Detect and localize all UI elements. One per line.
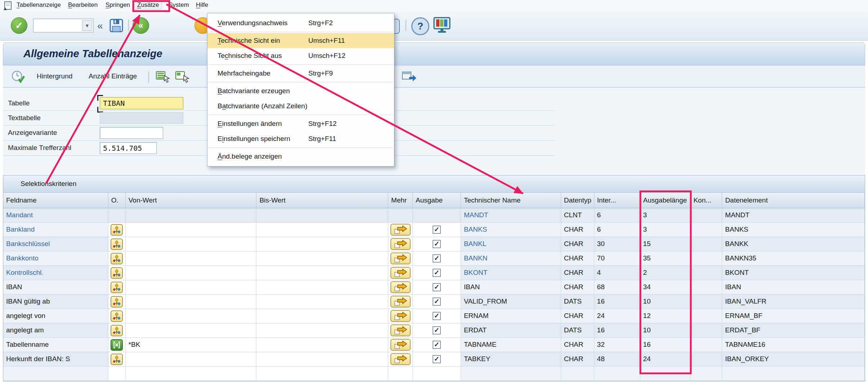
- multiple-selection-button[interactable]: [390, 296, 411, 308]
- selection-options-icon[interactable]: [111, 238, 123, 250]
- cell-feldname[interactable]: IBAN: [3, 280, 108, 295]
- menu-item-technische-sicht-ein[interactable]: Technische Sicht einUmsch+F11: [207, 33, 394, 48]
- back-icon[interactable]: «: [133, 17, 149, 34]
- cell-bis-wert[interactable]: [256, 352, 388, 367]
- column-header-vonwert[interactable]: Von-Wert: [126, 193, 257, 208]
- ausgabe-checkbox[interactable]: ✓: [433, 326, 441, 335]
- cell-technischer-name[interactable]: TABNAME: [461, 338, 561, 352]
- cell-feldname[interactable]: Bankkonto: [3, 251, 108, 266]
- menubar-item-bearbeiten[interactable]: Bearbeiten: [68, 1, 98, 9]
- menu-item-batchvariante--anzahl-zeilen-[interactable]: Batchvariante (Anzahl Zeilen): [207, 99, 394, 114]
- tabelle-field[interactable]: TIBAN: [100, 97, 183, 109]
- column-header-o[interactable]: O.: [108, 193, 126, 208]
- multiple-selection-button[interactable]: [390, 224, 411, 236]
- ausgabe-checkbox[interactable]: ✓: [433, 297, 441, 306]
- contains-pattern-icon[interactable]: [111, 339, 123, 351]
- cell-von-wert[interactable]: [126, 237, 257, 251]
- selection-options-icon[interactable]: [111, 253, 123, 264]
- menu-item-batchvariante-erzeugen[interactable]: Batchvariante erzeugen: [207, 83, 394, 99]
- ausgabe-checkbox[interactable]: ✓: [433, 283, 441, 291]
- multiple-selection-button[interactable]: [390, 281, 411, 293]
- cell-feldname[interactable]: angelegt am: [3, 323, 108, 338]
- cell-von-wert[interactable]: [126, 309, 257, 323]
- column-header-datenelement[interactable]: Datenelement: [722, 193, 865, 208]
- menubar-item-springen[interactable]: Springen: [106, 1, 130, 9]
- multiple-selection-button[interactable]: [390, 353, 411, 365]
- collapse-icon[interactable]: «: [97, 20, 103, 32]
- multiple-selection-button[interactable]: [390, 324, 411, 336]
- select-fields-icon[interactable]: [175, 70, 190, 84]
- ausgabe-checkbox[interactable]: ✓: [433, 254, 441, 263]
- ausgabe-checkbox[interactable]: ✓: [433, 269, 441, 277]
- cell-von-wert[interactable]: [126, 280, 257, 295]
- cell-von-wert[interactable]: [126, 208, 257, 223]
- save-icon[interactable]: [109, 18, 124, 35]
- cell-bis-wert[interactable]: [256, 309, 388, 323]
- cell-feldname[interactable]: Bankschlüssel: [3, 237, 108, 251]
- command-field[interactable]: ▼: [33, 19, 94, 32]
- enter-icon[interactable]: ✓: [11, 17, 27, 34]
- column-header-feldname[interactable]: Feldname: [3, 193, 108, 208]
- cell-von-wert[interactable]: [126, 251, 257, 266]
- selection-options-icon[interactable]: [111, 282, 123, 293]
- cell-technischer-name[interactable]: BANKN: [461, 251, 561, 266]
- execute-icon[interactable]: [11, 70, 27, 86]
- cell-feldname[interactable]: Mandant: [3, 208, 108, 223]
- cell-technischer-name[interactable]: VALID_FROM: [461, 295, 561, 309]
- cell-feldname[interactable]: Kontrollschl.: [3, 266, 108, 280]
- menubar-item-tabellenanzeige[interactable]: Tabellenanzeige: [17, 1, 61, 9]
- cell-bis-wert[interactable]: [256, 323, 388, 338]
- menu-item-verwendungsnachweis[interactable]: VerwendungsnachweisStrg+F2: [207, 15, 394, 31]
- selection-options-icon[interactable]: [111, 296, 123, 308]
- cell-feldname[interactable]: IBAN gültig ab: [3, 295, 108, 309]
- ausgabe-checkbox[interactable]: ✓: [433, 240, 441, 248]
- multiple-selection-button[interactable]: [390, 253, 411, 264]
- cell-bis-wert[interactable]: [256, 237, 388, 251]
- cell-feldname[interactable]: Tabellenname: [3, 338, 108, 352]
- cell-technischer-name[interactable]: TABKEY: [461, 352, 561, 367]
- column-header-ausgabelnge[interactable]: Ausgabelänge: [640, 193, 691, 208]
- cell-feldname[interactable]: angelegt von: [3, 309, 108, 323]
- hintergrund-button[interactable]: Hintergrund: [33, 71, 76, 82]
- menu-item--nd-belege-anzeigen[interactable]: Änd.belege anzeigen: [207, 149, 394, 164]
- column-header-ausgabe[interactable]: Ausgabe: [413, 193, 461, 208]
- menu-item-technische-sicht-aus[interactable]: Technische Sicht ausUmsch+F12: [207, 48, 394, 63]
- selection-options-icon[interactable]: [111, 224, 123, 236]
- select-entries-icon[interactable]: [156, 70, 171, 84]
- cell-technischer-name[interactable]: BANKL: [461, 237, 561, 251]
- anzahl-eintraege-button[interactable]: Anzahl Einträge: [85, 71, 140, 82]
- chevron-down-icon[interactable]: ▼: [82, 20, 92, 31]
- cell-feldname[interactable]: Bankland: [3, 223, 108, 237]
- menubar-item-hilfe[interactable]: Hilfe: [196, 1, 208, 9]
- help-icon[interactable]: ?: [411, 17, 429, 35]
- multiple-selection-button[interactable]: [390, 339, 411, 351]
- cell-technischer-name[interactable]: MANDT: [461, 208, 561, 223]
- cell-technischer-name[interactable]: BANKS: [461, 223, 561, 237]
- column-header-kon[interactable]: Kon...: [690, 193, 722, 208]
- ausgabe-checkbox[interactable]: ✓: [433, 355, 441, 363]
- cell-von-wert[interactable]: [126, 323, 257, 338]
- cell-bis-wert[interactable]: [256, 338, 388, 352]
- cell-bis-wert[interactable]: [256, 208, 388, 223]
- column-header-mehr[interactable]: Mehr: [388, 193, 413, 208]
- selection-options-icon[interactable]: [111, 325, 123, 336]
- layout-icon[interactable]: [433, 17, 451, 35]
- cell-technischer-name[interactable]: IBAN: [461, 280, 561, 295]
- column-header-inter[interactable]: Inter...: [594, 193, 640, 208]
- cell-bis-wert[interactable]: [256, 280, 388, 295]
- column-header-biswert[interactable]: Bis-Wert: [256, 193, 388, 208]
- selection-options-icon[interactable]: [111, 310, 123, 322]
- menubar-item-system[interactable]: System: [169, 1, 189, 9]
- cell-bis-wert[interactable]: [256, 295, 388, 309]
- menu-item-einstellungen-speichern[interactable]: Einstellungen speichernStrg+F11: [207, 131, 394, 146]
- cell-von-wert[interactable]: *BK: [126, 338, 257, 352]
- selection-options-icon[interactable]: [111, 267, 123, 279]
- cell-von-wert[interactable]: [126, 266, 257, 280]
- cell-technischer-name[interactable]: ERDAT: [461, 323, 561, 338]
- menu-item-mehrfacheingabe[interactable]: MehrfacheingabeStrg+F9: [207, 66, 394, 81]
- maximale-trefferzahl-field[interactable]: 5.514.705: [100, 142, 157, 154]
- column-header-technischername[interactable]: Technischer Name: [461, 193, 561, 208]
- cell-technischer-name[interactable]: BKONT: [461, 266, 561, 280]
- multiple-selection-button[interactable]: [390, 238, 411, 250]
- cell-bis-wert[interactable]: [256, 266, 388, 280]
